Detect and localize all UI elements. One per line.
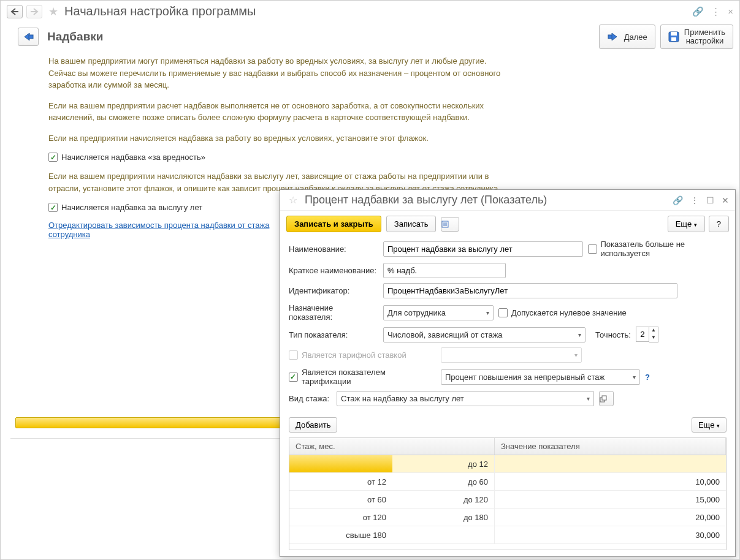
table-row[interactable]: от 60 до 120 15,000	[289, 491, 726, 509]
name-input[interactable]	[383, 241, 583, 257]
id-input[interactable]	[383, 283, 677, 298]
dialog-star-icon[interactable]: ☆	[289, 194, 297, 206]
menu-dots-icon[interactable]: ⋮	[711, 6, 720, 17]
dialog-close-icon[interactable]: ✕	[722, 195, 729, 205]
short-input[interactable]	[383, 263, 506, 278]
col-stage-header[interactable]: Стаж, мес.	[289, 438, 495, 455]
allow-zero-label: Допускается нулевое значение	[511, 308, 627, 317]
table-row[interactable]: от 120 до 180 20,000	[289, 509, 726, 526]
cell-value[interactable]: 15,000	[495, 491, 726, 508]
table-header: Стаж, мес. Значение показателя	[289, 438, 726, 455]
svg-rect-10	[602, 396, 606, 400]
more-button[interactable]: Еще ▾	[668, 216, 705, 232]
list-icon-button[interactable]	[441, 217, 459, 232]
dialog-title: Процент надбавки за выслугу лет (Показат…	[305, 194, 547, 206]
help-button[interactable]: ?	[709, 216, 729, 232]
name-label: Наименование:	[289, 244, 378, 254]
cell-to[interactable]	[392, 526, 495, 543]
seniority-label: Начисляется надбавка за выслугу лет	[61, 203, 202, 212]
cell-to[interactable]: до 120	[392, 491, 495, 508]
dialog-toolbar: Записать и закрыть Записать Еще ▾ ?	[280, 211, 735, 237]
rate-select	[441, 347, 582, 363]
tarif-select[interactable]: Процент повышения за непрерывный стаж	[441, 369, 640, 385]
close-main-icon[interactable]: ×	[728, 6, 733, 17]
cell-value[interactable]: 20,000	[495, 509, 726, 526]
stage-type-value: Стаж на надбавку за выслугу лет	[341, 394, 464, 403]
cell-to[interactable]: до 60	[392, 473, 495, 490]
favorite-star-icon[interactable]: ★	[48, 5, 58, 18]
cell-from[interactable]: свыше 180	[289, 526, 392, 543]
section-header: Надбавки Далее Применить настройки	[1, 22, 739, 55]
cell-value[interactable]: 10,000	[495, 473, 726, 490]
next-label: Далее	[624, 32, 647, 42]
spin-up-icon[interactable]: ▲	[649, 327, 658, 335]
is-tarif-checkbox[interactable]: ✓	[289, 373, 298, 382]
cell-to[interactable]: до 180	[392, 509, 495, 526]
save-button[interactable]: Записать	[386, 216, 437, 232]
table-toolbar: Добавить Еще ▾	[280, 414, 735, 436]
svg-rect-4	[671, 37, 676, 41]
nav-back-button[interactable]	[7, 5, 23, 18]
hazard-checkbox-row: ✓ Начисляется надбавка «за вредность»	[48, 153, 715, 162]
id-label: Идентификатор:	[289, 286, 378, 295]
short-label: Краткое наименование:	[289, 266, 378, 275]
cell-value[interactable]	[495, 455, 726, 472]
stage-type-label: Вид стажа:	[289, 394, 332, 403]
unused-label: Показатель больше не используется	[601, 240, 727, 258]
dialog-link-icon[interactable]: 🔗	[673, 195, 683, 205]
table-row[interactable]: свыше 180 30,000	[289, 526, 726, 544]
edit-dependency-link[interactable]: Отредактировать зависимость процента над…	[48, 221, 275, 239]
table-body[interactable]: до 12 от 12 до 60 10,000 от 60 до 120 15…	[289, 455, 726, 550]
page-title: Начальная настройка программы	[64, 4, 256, 18]
section-back-button[interactable]	[18, 28, 39, 46]
cell-from[interactable]	[289, 455, 392, 472]
hazard-label: Начисляется надбавка «за вредность»	[61, 153, 205, 162]
dialog-titlebar: ☆ Процент надбавки за выслугу лет (Показ…	[280, 190, 735, 211]
stage-open-button[interactable]	[599, 391, 614, 406]
section-title: Надбавки	[47, 30, 104, 44]
dialog-menu-icon[interactable]: ⋮	[690, 195, 699, 205]
precision-label: Точность:	[595, 330, 631, 339]
link-icon[interactable]: 🔗	[692, 6, 704, 17]
table-row[interactable]: до 12	[289, 455, 726, 473]
type-label: Тип показателя:	[289, 330, 378, 339]
cell-from[interactable]: от 120	[289, 509, 392, 526]
cell-to[interactable]: до 12	[392, 455, 495, 472]
is-rate-label: Является тарифной ставкой	[302, 350, 406, 360]
purpose-label: Назначение показателя:	[289, 303, 378, 322]
tarif-value: Процент повышения за непрерывный стаж	[445, 373, 605, 382]
apply-label: Применить настройки	[684, 28, 725, 46]
apply-button[interactable]: Применить настройки	[660, 25, 733, 49]
more-label: Еще	[676, 219, 692, 229]
precision-input[interactable]	[636, 327, 649, 342]
tarif-help-icon[interactable]: ?	[645, 373, 650, 382]
spin-down-icon[interactable]: ▼	[649, 335, 658, 342]
add-row-button[interactable]: Добавить	[289, 417, 337, 433]
table-more-button[interactable]: Еще ▾	[692, 417, 727, 433]
is-tarif-label: Является показателем тарификации	[302, 368, 436, 386]
nav-forward-button[interactable]	[26, 5, 42, 18]
cell-from[interactable]: от 60	[289, 491, 392, 508]
cell-value[interactable]: 30,000	[495, 526, 726, 543]
intro-para-3: Если на предприятии начисляется надбавка…	[48, 132, 514, 145]
unused-checkbox[interactable]: ✓	[588, 244, 597, 254]
stage-table: Стаж, мес. Значение показателя до 12 от …	[289, 437, 727, 550]
precision-spinner[interactable]: ▲▼	[636, 327, 658, 342]
main-titlebar: ★ Начальная настройка программы 🔗 ⋮ ×	[1, 1, 739, 22]
intro-para-2: Если на вашем предприятии расчет надбаво…	[48, 100, 514, 124]
indicator-dialog: ☆ Процент надбавки за выслугу лет (Показ…	[280, 189, 736, 557]
intro-para-1: На вашем предприятии могут применяться н…	[48, 55, 514, 91]
purpose-select[interactable]: Для сотрудника	[383, 305, 494, 320]
save-close-button[interactable]: Записать и закрыть	[286, 216, 381, 232]
seniority-checkbox[interactable]: ✓	[48, 203, 58, 212]
type-select[interactable]: Числовой, зависящий от стажа	[383, 327, 586, 342]
table-row[interactable]: от 12 до 60 10,000	[289, 473, 726, 491]
hazard-checkbox[interactable]: ✓	[48, 153, 58, 162]
next-button[interactable]: Далее	[599, 25, 655, 49]
stage-type-select[interactable]: Стаж на надбавку за выслугу лет	[337, 391, 594, 406]
dialog-maximize-icon[interactable]: ☐	[706, 195, 714, 205]
col-value-header[interactable]: Значение показателя	[495, 438, 726, 455]
cell-from[interactable]: от 12	[289, 473, 392, 490]
allow-zero-checkbox[interactable]: ✓	[498, 308, 508, 317]
is-rate-checkbox: ✓	[289, 350, 298, 360]
